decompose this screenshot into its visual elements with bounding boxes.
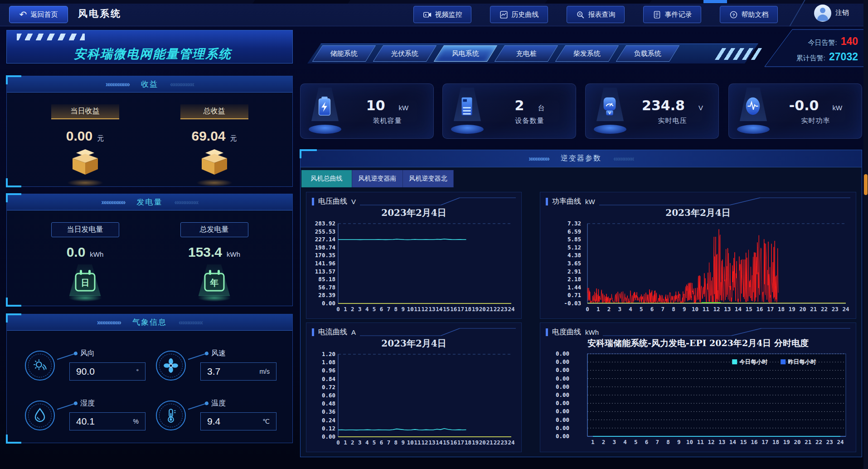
weather-value-box: 9.4 ℃ — [200, 412, 276, 430]
page-title: 风电系统 — [78, 7, 121, 20]
svg-text:1: 1 — [344, 306, 347, 313]
connector-line-decor — [188, 353, 207, 360]
generation-panel: »»»»»»» 发电量 ««««««« 当日发电量 0.0 kWh 日总发电量 … — [6, 194, 293, 306]
help-button[interactable]: ?帮助文档 — [720, 6, 778, 23]
generation-item-unit: kWh — [227, 250, 240, 258]
green-glow-decor — [68, 294, 102, 302]
scrollbar-track[interactable] — [863, 0, 868, 469]
report-button[interactable]: 报表查询 — [567, 6, 625, 23]
svg-text:5.85: 5.85 — [567, 236, 581, 243]
weather-item-unit: ℃ — [262, 418, 270, 425]
svg-text:0: 0 — [586, 306, 589, 313]
svg-text:12: 12 — [421, 306, 428, 313]
weather-icon-circle — [156, 351, 186, 381]
title-tag-decor — [312, 198, 314, 205]
svg-text:16: 16 — [450, 439, 457, 446]
svg-text:3: 3 — [618, 306, 621, 313]
svg-text:21: 21 — [486, 306, 493, 313]
svg-text:141.96: 141.96 — [315, 260, 335, 267]
svg-text:4.38: 4.38 — [567, 252, 581, 259]
calendar-icon: 日 — [73, 268, 97, 293]
svg-text:0.96: 0.96 — [322, 367, 335, 374]
stat-card-设备数量: 2 台 设备数量 — [442, 83, 576, 139]
stat-icon-wrap — [301, 84, 348, 138]
revenue-item-value: 69.04 — [191, 128, 225, 144]
wind-direction-icon — [32, 357, 48, 374]
generation-item: 总发电量 153.4 kWh 年 — [165, 222, 264, 303]
svg-text:0.00: 0.00 — [556, 433, 569, 440]
svg-text:7: 7 — [387, 306, 391, 313]
chart-title: 电度曲线 — [552, 327, 581, 337]
system-tab-5[interactable]: 负载系统 — [616, 45, 679, 62]
svg-text:20: 20 — [799, 306, 806, 313]
svg-text:2: 2 — [607, 306, 611, 313]
top-decor-shape — [252, 0, 350, 4]
user-avatar[interactable] — [814, 5, 831, 22]
chart-date-title: 2023年2月4日 — [312, 337, 516, 350]
svg-text:19: 19 — [472, 306, 479, 313]
curve-icon — [499, 10, 508, 19]
svg-text:18: 18 — [465, 439, 471, 446]
nav-button-label: 报表查询 — [588, 10, 616, 19]
pedestal-decor — [737, 125, 770, 134]
help-icon: ? — [729, 10, 738, 19]
svg-text:85.18: 85.18 — [318, 276, 335, 283]
svg-text:7: 7 — [387, 439, 391, 446]
svg-text:6: 6 — [645, 439, 649, 445]
svg-text:0.72: 0.72 — [322, 384, 335, 391]
event-button[interactable]: 事件记录 — [643, 6, 701, 23]
svg-text:24: 24 — [837, 439, 844, 445]
topbar-divider — [789, 0, 805, 26]
svg-text:198.74: 198.74 — [315, 244, 335, 251]
chart-unit: A — [351, 328, 356, 336]
stat-label: 设备数量 — [515, 117, 544, 125]
weather-item-label: 风速 — [211, 349, 226, 358]
svg-text:2.18: 2.18 — [567, 276, 581, 283]
chart-title: 功率曲线 — [552, 197, 581, 206]
svg-text:-0.03: -0.03 — [564, 300, 581, 307]
top-decor-blue — [703, 0, 727, 3]
svg-text:12: 12 — [713, 306, 720, 313]
svg-text:21: 21 — [810, 306, 817, 313]
svg-text:19: 19 — [789, 306, 795, 313]
svg-text:0.36: 0.36 — [322, 408, 335, 415]
svg-text:28.39: 28.39 — [318, 292, 335, 298]
back-home-button[interactable]: ↶ 返回首页 — [9, 6, 68, 23]
svg-text:年: 年 — [209, 278, 218, 288]
connector-line-decor — [188, 403, 207, 410]
stat-value: 2 — [515, 98, 524, 113]
chart-svg-holder: 283.92255.53227.14198.74170.35141.96113.… — [312, 219, 516, 316]
chart-header: 电流曲线 A — [312, 327, 516, 337]
revenue-item-label: 当日收益 — [51, 104, 119, 119]
scrollbar-thumb[interactable] — [864, 174, 868, 195]
weather-item-label: 风向 — [80, 349, 95, 358]
svg-text:14: 14 — [436, 306, 442, 313]
system-tab-4[interactable]: 柴发系统 — [555, 45, 619, 62]
chart-title: 电流曲线 — [318, 327, 347, 337]
system-tab-1[interactable]: 光伏系统 — [373, 45, 436, 62]
svg-text:2: 2 — [351, 306, 354, 313]
title-tag-decor — [546, 198, 548, 205]
revenue-item-value: 0.00 — [66, 128, 92, 144]
system-tab-2[interactable]: 风电系统 — [434, 45, 497, 62]
stat-value: 10 — [366, 98, 385, 113]
voltmeter-icon: V — [599, 96, 620, 117]
calendar-icon: 年 — [202, 268, 227, 293]
svg-text:11: 11 — [697, 439, 704, 445]
curve-button[interactable]: 历史曲线 — [490, 6, 548, 23]
svg-text:7.32: 7.32 — [567, 220, 581, 227]
svg-text:15: 15 — [740, 439, 747, 445]
gold-box-icon — [64, 148, 106, 180]
svg-text:14: 14 — [436, 439, 442, 446]
svg-text:3: 3 — [613, 439, 616, 445]
system-tab-3[interactable]: 充电桩 — [495, 45, 558, 62]
logout-button[interactable]: 注销 — [835, 9, 849, 17]
video-button[interactable]: 视频监控 — [413, 6, 471, 23]
svg-text:0.00: 0.00 — [556, 408, 569, 415]
system-tab-0[interactable]: 储能系统 — [312, 45, 376, 62]
svg-text:19: 19 — [783, 439, 790, 445]
svg-text:13: 13 — [428, 439, 435, 446]
svg-text:17: 17 — [767, 306, 774, 313]
svg-text:昨日每小时: 昨日每小时 — [788, 359, 816, 365]
deco-line — [360, 327, 516, 337]
